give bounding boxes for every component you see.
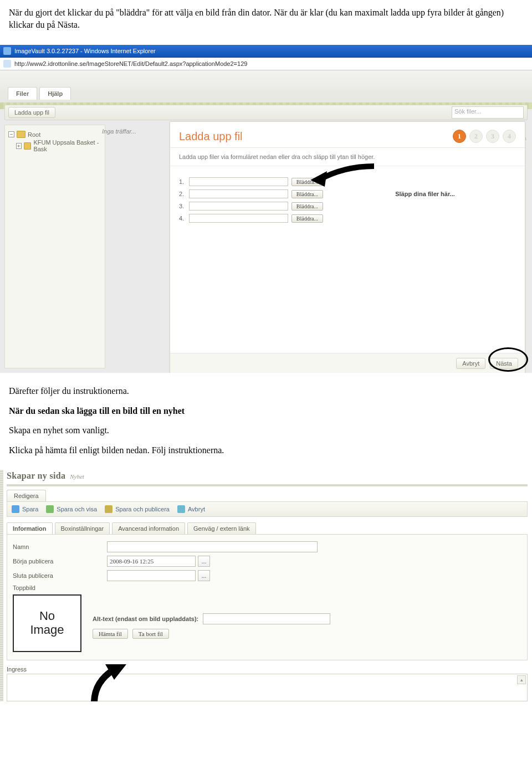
stop-publish-field[interactable]	[107, 570, 196, 581]
cancel-icon	[177, 505, 185, 513]
imagevault-toolbar: Ladda upp fil Sök filer...	[4, 105, 528, 120]
tab-shortcut[interactable]: Genväg / extern länk	[187, 522, 256, 534]
no-hits-text: Inga träffar...	[102, 125, 170, 138]
label-ingress: Ingress	[7, 666, 532, 673]
drop-zone[interactable]: Släpp dina filer här...	[334, 174, 516, 353]
browse-button[interactable]: Bläddra...	[291, 190, 323, 198]
file-path-field[interactable]	[189, 202, 288, 211]
folder-icon	[17, 131, 25, 138]
save-show-label: Spara och visa	[57, 506, 97, 512]
label-stop-publish: Sluta publicera	[13, 572, 107, 579]
screenshot-episerver: Skapar ny sida Nyhet Redigera Spara Spar…	[0, 470, 532, 701]
upload-row: 4. Bläddra...	[179, 214, 323, 223]
save-button[interactable]: Spara	[12, 505, 38, 513]
ie-url-text: http://www2.idrottonline.se/ImageStoreNE…	[14, 60, 247, 67]
left-gutter	[0, 470, 3, 701]
step-4: 4	[503, 130, 516, 143]
browse-button[interactable]: Bläddra...	[291, 202, 323, 211]
tab-redigera[interactable]: Redigera	[7, 490, 46, 501]
upload-file-button[interactable]: Ladda upp fil	[8, 107, 55, 118]
expand-icon[interactable]: +	[16, 143, 22, 149]
label-name: Namn	[13, 543, 107, 550]
screenshot-imagevault: ImageVault 3.0.2.27237 - Windows Interne…	[0, 45, 532, 373]
step-2: 2	[469, 130, 483, 143]
page-type: Nyhet	[70, 473, 84, 480]
file-path-field[interactable]	[189, 177, 288, 186]
divider	[7, 484, 528, 486]
doc-paragraph-5: Klicka på hämta fil enligt bilden nedan.…	[9, 444, 523, 457]
cancel-button[interactable]: Avbryt	[456, 358, 485, 369]
save-show-button[interactable]: Spara och visa	[46, 505, 97, 513]
date-picker-button[interactable]: ...	[198, 556, 210, 567]
save-label: Spara	[22, 506, 38, 512]
next-button[interactable]: Nästa	[490, 358, 518, 369]
row-number: 2.	[179, 191, 186, 197]
doc-heading: När du sedan ska lägga till en bild till…	[9, 405, 523, 417]
ingress-textarea[interactable]: ▴	[7, 674, 528, 701]
folder-icon	[24, 142, 32, 150]
step-3: 3	[486, 130, 499, 143]
editor-toolbar: Spara Spara och visa Spara och publicera…	[7, 501, 528, 517]
start-publish-field[interactable]	[107, 556, 196, 567]
tab-hjalp[interactable]: Hjälp	[39, 87, 71, 100]
alt-text-field[interactable]	[203, 613, 330, 624]
row-number: 1.	[179, 178, 186, 185]
no-image-placeholder: No Image	[13, 594, 81, 652]
step-indicator: 1 2 3 4	[453, 130, 516, 143]
tree-root[interactable]: − Root	[8, 131, 101, 138]
tree-child-label: KFUM Uppsala Basket - Bask	[33, 139, 101, 152]
name-field[interactable]	[107, 541, 318, 552]
tab-filer[interactable]: Filer	[8, 87, 37, 100]
search-input[interactable]: Sök filer...	[452, 106, 524, 119]
fetch-file-button[interactable]: Hämta fil	[93, 629, 128, 639]
no-image-line1: No	[39, 609, 55, 623]
save-publish-label: Spara och publicera	[115, 506, 170, 512]
no-image-line2: Image	[30, 623, 64, 637]
doc-paragraph-4: Skapa en nyhet som vanligt.	[9, 424, 523, 437]
label-alt-text: Alt-text (endast om bild uppladdats):	[93, 616, 198, 622]
row-number: 3.	[179, 203, 186, 209]
upload-row: 3. Bläddra...	[179, 202, 323, 211]
file-path-field[interactable]	[189, 214, 288, 223]
tree-child[interactable]: + KFUM Uppsala Basket - Bask	[8, 139, 101, 152]
doc-paragraph-2: Därefter följer du instruktionerna.	[9, 385, 523, 397]
upload-row: 2. Bläddra...	[179, 189, 323, 198]
ie-page-icon	[3, 47, 11, 55]
page-title: Skapar ny sida	[7, 471, 65, 481]
upload-dialog: Ladda upp fil 1 2 3 4 Ladda upp filer vi…	[170, 121, 525, 373]
date-picker-button[interactable]: ...	[198, 570, 210, 581]
upload-row: 1. Bläddra...	[179, 177, 323, 186]
preview-icon	[46, 505, 54, 513]
browse-button[interactable]: Bläddra...	[291, 178, 323, 186]
label-top-image: Toppbild	[13, 584, 107, 591]
ie-url-icon	[3, 60, 11, 68]
step-1: 1	[453, 130, 466, 143]
ie-window-title: ImageVault 3.0.2.27237 - Windows Interne…	[14, 48, 156, 54]
cancel-label: Avbryt	[188, 506, 205, 512]
browse-button[interactable]: Bläddra...	[291, 214, 323, 223]
ie-address-bar[interactable]: http://www2.idrottonline.se/ImageStoreNE…	[0, 58, 532, 70]
tree-root-label: Root	[28, 131, 40, 138]
ie-title-bar: ImageVault 3.0.2.27237 - Windows Interne…	[0, 45, 532, 58]
doc-paragraph-1: När du gjort det klickar du på "bläddra"…	[9, 7, 523, 30]
save-icon	[12, 505, 19, 513]
file-path-field[interactable]	[189, 189, 288, 198]
folder-tree-sidebar: − Root + KFUM Uppsala Basket - Bask	[4, 125, 105, 368]
scroll-up-icon[interactable]: ▴	[517, 675, 526, 684]
save-publish-button[interactable]: Spara och publicera	[105, 505, 170, 513]
imagevault-banner	[0, 70, 532, 109]
publish-icon	[105, 505, 112, 513]
remove-file-button[interactable]: Ta bort fil	[132, 629, 169, 639]
tab-information[interactable]: Information	[7, 522, 53, 534]
tab-box-settings[interactable]: Boxinställningar	[55, 522, 110, 534]
label-start-publish: Börja publicera	[13, 558, 107, 565]
dialog-subtitle: Ladda upp filer via formuläret nedan ell…	[170, 148, 525, 166]
collapse-icon[interactable]: −	[8, 131, 14, 137]
dialog-title: Ladda upp fil	[179, 131, 243, 142]
cancel-button[interactable]: Avbryt	[177, 505, 205, 513]
tab-advanced[interactable]: Avancerad information	[112, 522, 185, 534]
row-number: 4.	[179, 215, 186, 222]
